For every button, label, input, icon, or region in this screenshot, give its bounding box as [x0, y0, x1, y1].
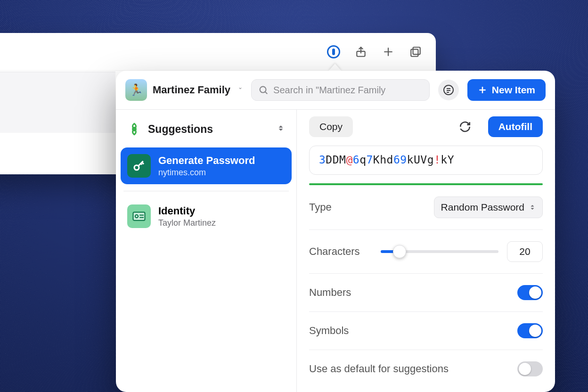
vault-switcher[interactable]: 🏃 Martinez Family ⌄: [125, 79, 243, 101]
refresh-icon: [459, 121, 471, 133]
type-row: Type Random Password: [309, 185, 543, 230]
generated-password[interactable]: 3DDM@6q7Khd69kUVg!kY: [309, 146, 543, 175]
numbers-label: Numbers: [309, 286, 351, 299]
list-item-title: Generate Password: [158, 155, 255, 167]
vault-avatar: 🏃: [125, 79, 147, 101]
type-label: Type: [309, 201, 332, 213]
key-icon: [127, 154, 151, 178]
characters-slider[interactable]: [381, 250, 498, 253]
characters-value[interactable]: 20: [507, 241, 543, 262]
copy-label: Copy: [319, 121, 343, 132]
suggestions-icon: [127, 122, 141, 136]
svg-point-8: [135, 215, 138, 218]
symbols-toggle[interactable]: [517, 323, 543, 338]
slider-thumb[interactable]: [393, 245, 406, 258]
share-icon[interactable]: [354, 45, 368, 59]
numbers-toggle[interactable]: [517, 285, 543, 300]
autofill-label: Autofill: [498, 121, 532, 132]
default-toggle[interactable]: [517, 361, 543, 376]
sidebar-item-generate-password[interactable]: Generate Password nytimes.com: [121, 147, 292, 184]
svg-rect-1: [413, 47, 420, 54]
search-input[interactable]: Search in "Martinez Family: [251, 79, 430, 101]
onepassword-icon[interactable]: [327, 45, 341, 59]
sidebar-item-identity[interactable]: Identity Taylor Martinez: [121, 198, 292, 235]
new-item-button[interactable]: New Item: [467, 79, 546, 101]
settings-button[interactable]: [438, 80, 459, 100]
plus-icon: [478, 85, 487, 95]
popover-arrow: [328, 64, 342, 71]
default-label: Use as default for suggestions: [309, 363, 449, 375]
svg-point-3: [260, 87, 266, 93]
type-select[interactable]: Random Password: [434, 196, 543, 218]
new-item-label: New Item: [492, 84, 535, 96]
list-item-subtitle: nytimes.com: [158, 168, 255, 178]
browser-toolbar: [0, 33, 436, 71]
divider: [123, 191, 289, 191]
list-item-title: Identity: [158, 205, 216, 217]
autofill-button[interactable]: Autofill: [488, 116, 543, 137]
svg-point-6: [134, 165, 139, 170]
list-item-subtitle: Taylor Martinez: [158, 218, 216, 228]
symbols-row: Symbols: [309, 312, 543, 350]
regenerate-button[interactable]: [459, 121, 471, 133]
symbols-label: Symbols: [309, 325, 349, 337]
category-header[interactable]: Suggestions: [121, 115, 292, 145]
onepassword-popover: 🏃 Martinez Family ⌄ Search in "Martinez …: [116, 71, 555, 392]
category-title: Suggestions: [148, 123, 213, 136]
vault-name: Martinez Family: [153, 84, 230, 96]
search-icon: [258, 85, 269, 95]
numbers-row: Numbers: [309, 274, 543, 312]
identity-icon: [127, 204, 151, 228]
copy-button[interactable]: Copy: [309, 116, 353, 137]
browser-content-area: [0, 72, 115, 133]
search-placeholder: Search in "Martinez Family: [273, 85, 385, 96]
chevron-down-icon: ⌄: [238, 84, 243, 90]
type-value: Random Password: [441, 202, 524, 213]
new-tab-icon[interactable]: [381, 45, 395, 59]
panel-header: 🏃 Martinez Family ⌄ Search in "Martinez …: [116, 71, 555, 110]
characters-label: Characters: [309, 245, 360, 258]
list-icon: [443, 84, 454, 96]
characters-row: Characters 20: [309, 230, 543, 274]
sort-icon[interactable]: [277, 124, 285, 134]
tabs-icon[interactable]: [408, 45, 423, 59]
sidebar: Suggestions Generate Password nytimes.co…: [116, 110, 297, 392]
svg-rect-2: [411, 49, 418, 56]
default-row: Use as default for suggestions: [309, 350, 543, 388]
chevron-up-down-icon: [529, 203, 536, 212]
detail-pane: Copy Autofill 3DDM@6q7Khd69kUVg!kY Type …: [297, 110, 555, 392]
